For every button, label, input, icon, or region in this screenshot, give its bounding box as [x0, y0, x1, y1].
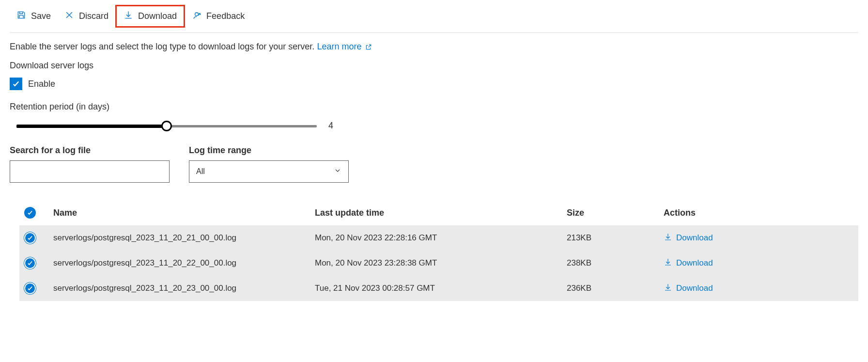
- download-icon: [664, 233, 672, 244]
- download-icon: [124, 10, 133, 22]
- chevron-down-icon: [334, 167, 341, 176]
- close-icon: [64, 10, 74, 22]
- timerange-group: Log time range All: [189, 145, 349, 183]
- retention-label: Retention period (in days): [10, 102, 858, 112]
- highlight-download: Download: [115, 5, 185, 28]
- row-download-label: Download: [676, 233, 713, 243]
- save-label: Save: [31, 11, 51, 21]
- download-icon: [664, 258, 672, 269]
- toolbar: Save Discard Download Feedback: [10, 5, 858, 33]
- description: Enable the server logs and select the lo…: [10, 42, 858, 52]
- logs-table: Name Last update time Size Actions serve…: [10, 200, 858, 301]
- save-icon: [16, 10, 26, 22]
- feedback-icon: [192, 10, 202, 22]
- timerange-select[interactable]: All: [189, 160, 349, 183]
- cell-name: serverlogs/postgresql_2023_11_20_21_00_0…: [53, 233, 315, 243]
- slider-thumb[interactable]: [161, 121, 172, 131]
- timerange-value: All: [196, 167, 205, 176]
- th-actions: Actions: [664, 208, 853, 218]
- download-label: Download: [138, 11, 177, 21]
- download-icon: [664, 283, 672, 294]
- learn-more-label: Learn more: [317, 42, 361, 51]
- discard-label: Discard: [79, 11, 108, 21]
- cell-size: 238KB: [567, 258, 664, 268]
- row-checkbox[interactable]: [24, 283, 36, 294]
- retention-slider[interactable]: [16, 121, 317, 131]
- external-link-icon: [364, 42, 372, 51]
- download-logs-label: Download server logs: [10, 61, 858, 71]
- cell-last-update: Mon, 20 Nov 2023 22:28:16 GMT: [315, 233, 567, 243]
- table-row: serverlogs/postgresql_2023_11_20_22_00_0…: [19, 251, 858, 276]
- cell-name: serverlogs/postgresql_2023_11_20_22_00_0…: [53, 258, 315, 268]
- cell-size: 236KB: [567, 283, 664, 293]
- retention-slider-row: 4: [10, 121, 858, 131]
- row-download-link[interactable]: Download: [664, 233, 853, 244]
- row-download-label: Download: [676, 258, 713, 268]
- download-button[interactable]: Download: [117, 6, 184, 26]
- discard-button[interactable]: Discard: [58, 6, 115, 26]
- enable-row: Enable: [10, 78, 858, 90]
- row-download-label: Download: [676, 283, 713, 293]
- row-checkbox[interactable]: [24, 257, 36, 269]
- save-button[interactable]: Save: [10, 6, 58, 26]
- feedback-button[interactable]: Feedback: [185, 6, 251, 26]
- learn-more-link[interactable]: Learn more: [317, 42, 372, 51]
- row-checkbox[interactable]: [24, 232, 36, 244]
- slider-fill: [16, 125, 167, 128]
- select-all-checkbox[interactable]: [24, 207, 36, 219]
- th-last-update: Last update time: [315, 208, 567, 218]
- table-body: serverlogs/postgresql_2023_11_20_21_00_0…: [19, 225, 858, 301]
- retention-value: 4: [328, 121, 333, 131]
- row-download-link[interactable]: Download: [664, 283, 853, 294]
- filters: Search for a log file Log time range All: [10, 145, 858, 183]
- enable-label: Enable: [28, 79, 55, 89]
- cell-name: serverlogs/postgresql_2023_11_20_23_00_0…: [53, 283, 315, 293]
- feedback-label: Feedback: [206, 11, 245, 21]
- search-group: Search for a log file: [10, 145, 170, 183]
- search-label: Search for a log file: [10, 145, 170, 156]
- table-header: Name Last update time Size Actions: [19, 200, 858, 225]
- enable-checkbox[interactable]: [10, 78, 22, 90]
- search-input[interactable]: [10, 160, 170, 183]
- table-row: serverlogs/postgresql_2023_11_20_23_00_0…: [19, 276, 858, 301]
- table-row: serverlogs/postgresql_2023_11_20_21_00_0…: [19, 225, 858, 251]
- row-download-link[interactable]: Download: [664, 258, 853, 269]
- description-text: Enable the server logs and select the lo…: [10, 42, 314, 51]
- timerange-label: Log time range: [189, 145, 349, 156]
- th-name: Name: [53, 208, 315, 218]
- th-size: Size: [567, 208, 664, 218]
- cell-last-update: Tue, 21 Nov 2023 00:28:57 GMT: [315, 283, 567, 293]
- cell-last-update: Mon, 20 Nov 2023 23:28:38 GMT: [315, 258, 567, 268]
- cell-size: 213KB: [567, 233, 664, 243]
